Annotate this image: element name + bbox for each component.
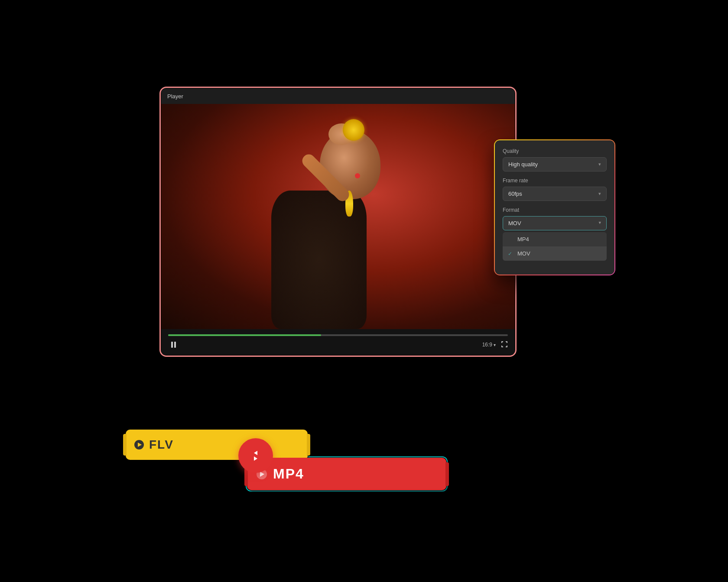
quality-select[interactable]: High quality ▾ [503, 157, 607, 171]
pause-button[interactable] [168, 340, 179, 350]
video-area [161, 104, 515, 329]
controls-left [168, 340, 179, 350]
pause-bar-left [171, 342, 173, 348]
flv-play-triangle [138, 443, 142, 447]
settings-panel: Quality High quality ▾ Frame rate 60fps … [494, 139, 615, 275]
format-value: MOV [508, 220, 521, 226]
format-option-mp4-label: MP4 [517, 236, 529, 242]
flv-format-name: FLV [149, 438, 174, 452]
fullscreen-button[interactable] [501, 341, 508, 349]
aspect-ratio-chevron: ▾ [494, 343, 496, 347]
format-group: Format MOV ▴ MP4 ✓ MOV [503, 207, 607, 261]
check-mark-mov: ✓ [508, 251, 514, 257]
hair-accessory [355, 173, 360, 178]
quality-group: Quality High quality ▾ [503, 148, 607, 171]
flv-badge: FLV [126, 430, 308, 460]
framerate-select[interactable]: 60fps ▾ [503, 187, 607, 201]
framerate-value: 60fps [508, 191, 522, 197]
video-frame [161, 104, 515, 329]
format-option-mov-label: MOV [517, 250, 530, 257]
framerate-label: Frame rate [503, 178, 607, 184]
arrow-left-icon [254, 451, 257, 455]
flv-play-icon [134, 440, 144, 449]
video-figure [269, 121, 407, 329]
format-dropdown: MP4 ✓ MOV [503, 232, 607, 261]
controls-right: 16:9 ▾ [482, 341, 508, 349]
aspect-ratio-control[interactable]: 16:9 ▾ [482, 342, 496, 348]
arrow-right-icon [254, 456, 257, 461]
convert-arrows-icon [254, 451, 257, 461]
controls-row: 16:9 ▾ [168, 340, 508, 350]
player-title: Player [167, 93, 183, 100]
framerate-chevron: ▾ [598, 191, 601, 197]
framerate-group: Frame rate 60fps ▾ [503, 178, 607, 201]
progress-fill [168, 334, 321, 336]
progress-bar[interactable] [168, 334, 508, 336]
format-chevron: ▴ [598, 220, 601, 226]
quality-value: High quality [508, 161, 538, 168]
player-titlebar: Player [161, 88, 515, 104]
mp4-format-name: MP4 [273, 466, 304, 482]
format-select[interactable]: MOV ▴ [503, 216, 607, 230]
format-label: Format [503, 207, 607, 213]
quality-chevron: ▾ [598, 162, 601, 167]
pause-bar-right [174, 342, 176, 348]
mp4-badge: MP4 [247, 458, 446, 490]
settings-panel-inner: Quality High quality ▾ Frame rate 60fps … [495, 140, 614, 275]
golden-accessory [343, 119, 364, 141]
pause-icon [171, 342, 176, 348]
hand [328, 123, 354, 145]
convert-button[interactable] [238, 438, 273, 473]
player-window: Player [160, 87, 516, 356]
scene-container: Player [126, 53, 602, 529]
format-option-mov[interactable]: ✓ MOV [503, 246, 607, 261]
player-controls: 16:9 ▾ [161, 329, 515, 355]
format-option-mp4[interactable]: MP4 [503, 232, 607, 246]
quality-label: Quality [503, 148, 607, 154]
aspect-ratio-text: 16:9 [482, 342, 492, 348]
